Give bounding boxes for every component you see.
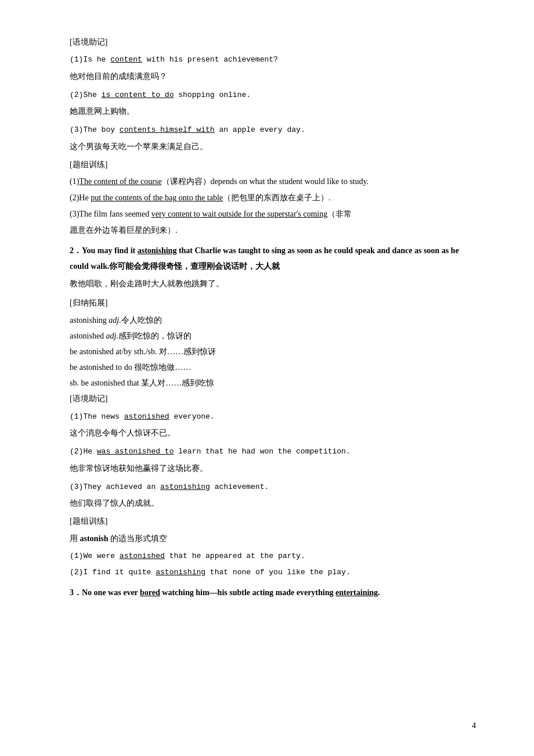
expand-item-1: astonishing adj.令人吃惊的 xyxy=(70,313,476,327)
sentence-1-en: (1)Is he content with his present achiev… xyxy=(70,52,476,66)
group-item-3: (3)The film fans seemed very content to … xyxy=(70,207,476,222)
page-content: [语境助记] (1)Is he content with his present… xyxy=(70,35,476,600)
page-number: 4 xyxy=(472,718,476,733)
sentence-1-cn: 他对他目前的成绩满意吗？ xyxy=(70,69,476,84)
sentence-3-cn: 这个男孩每天吃一个苹果来满足自己。 xyxy=(70,139,476,154)
expand-item-3: be astonished at/by sth./sb. 对……感到惊讶 xyxy=(70,344,476,359)
sentence-2-cn: 她愿意网上购物。 xyxy=(70,104,476,118)
sent-a3-en: (3)They achieved an astonishing achievem… xyxy=(70,479,476,494)
fillb-item-2: (2)I find it quite astonishing that none… xyxy=(70,564,476,579)
expand-item-2: astonished adj.感到吃惊的，惊讶的 xyxy=(70,329,476,343)
yujing-label-2: [语境助记] xyxy=(70,391,476,406)
sent-a1-cn: 这个消息令每个人惊讶不已。 xyxy=(70,426,476,440)
sentence-2-en: (2)She is content to do shopping online. xyxy=(70,87,476,102)
tizhulianxi-label-2: [题组训练] xyxy=(70,514,476,528)
sent-a1-en: (1)The news astonished everyone. xyxy=(70,409,476,423)
expand-item-5: sb. be astonished that 某人对……感到吃惊 xyxy=(70,376,476,390)
sentence-3-en: (3)The boy contents himself with an appl… xyxy=(70,122,476,136)
fillb-item-1: (1)We were astonished that he appeared a… xyxy=(70,548,476,563)
sent-a2-en: (2)He was astonished to learn that he ha… xyxy=(70,444,476,458)
main-sentence-2: 2．You may find it astonishing that Charl… xyxy=(70,243,476,274)
main-sentence-3: 3．No one was ever bored watching him—his… xyxy=(70,585,476,601)
tizhulianxi-label-1: [题组训练] xyxy=(70,157,476,172)
expand-item-4: be astonished to do 很吃惊地做…… xyxy=(70,360,476,375)
fillblank-label: 用 astonish 的适当形式填空 xyxy=(70,531,476,546)
guina-label: [归纳拓展] xyxy=(70,296,476,310)
main-sentence-2-cn: 教他唱歌，刚会走路时大人就教他跳舞了。 xyxy=(70,276,476,291)
sent-a3-cn: 他们取得了惊人的成就。 xyxy=(70,496,476,510)
yujing-label-1: [语境助记] xyxy=(70,35,476,49)
group-item-3-cn: 愿意在外边等着巨星的到来）. xyxy=(70,223,476,237)
group-item-1: (1)The content of the course（课程内容）depend… xyxy=(70,174,476,189)
group-item-2: (2)He put the contents of the bag onto t… xyxy=(70,190,476,206)
sent-a2-cn: 他非常惊讶地获知他赢得了这场比赛。 xyxy=(70,461,476,476)
